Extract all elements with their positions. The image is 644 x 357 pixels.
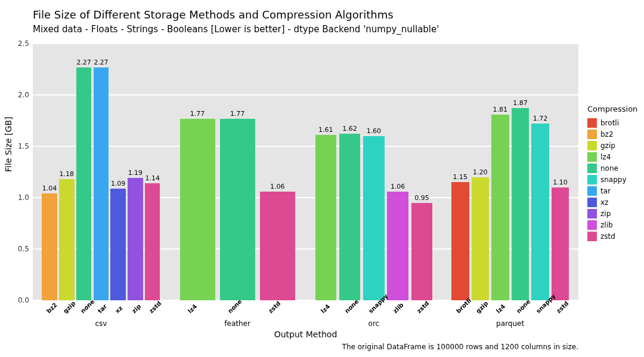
bar-tick-label: zstd: [555, 300, 570, 315]
bar-tick-label: zstd: [267, 300, 282, 315]
bar: [339, 134, 360, 300]
legend-item: tar: [587, 185, 641, 196]
legend-swatch: [587, 220, 597, 230]
y-tick-label: 0.0: [18, 296, 29, 304]
bar: [315, 135, 336, 300]
y-tick-label: 2.5: [18, 39, 29, 48]
bar: [94, 67, 109, 300]
legend-item: gzip: [587, 140, 641, 151]
y-tick-label: 2.0: [18, 91, 29, 99]
legend-label: none: [600, 164, 618, 173]
legend-item: bz2: [587, 128, 641, 140]
legend-swatch: [587, 141, 597, 150]
bar: [552, 187, 569, 300]
legend-swatch: [587, 152, 597, 162]
bar-value-label: 1.04: [42, 184, 57, 192]
legend-item: brotli: [587, 117, 641, 128]
bar-value-label: 1.77: [230, 110, 245, 118]
bar-value-label: 1.06: [391, 183, 405, 190]
gridline: [33, 43, 578, 44]
bar: [76, 67, 91, 300]
bar-value-label: 2.27: [94, 59, 109, 66]
bar: [451, 182, 469, 300]
bar: [472, 177, 490, 300]
bar: [128, 178, 143, 300]
bar-value-label: 2.27: [76, 59, 91, 66]
bar: [220, 119, 255, 300]
bar-tick-label: gzip: [475, 300, 489, 314]
legend-label: zip: [600, 210, 611, 218]
legend-label: tar: [600, 187, 611, 195]
legend: Compression brotlibz2gziplz4nonesnappyta…: [587, 104, 641, 242]
legend-item: xz: [587, 196, 641, 208]
bar-value-label: 1.87: [513, 99, 528, 107]
bar: [59, 179, 74, 300]
bar: [512, 108, 530, 300]
legend-title: Compression: [587, 104, 641, 113]
bar: [180, 119, 215, 300]
legend-swatch: [587, 175, 597, 184]
legend-label: zstd: [600, 232, 615, 241]
legend-item: snappy: [587, 174, 641, 185]
bar-value-label: 1.61: [318, 126, 333, 134]
bar-value-label: 1.18: [60, 170, 75, 178]
legend-item: zlib: [587, 219, 641, 230]
bar-tick-label: lz4: [187, 303, 198, 315]
legend-swatch: [587, 118, 597, 128]
bar-value-label: 1.77: [190, 110, 205, 118]
bar-tick-label: zstd: [148, 300, 163, 315]
legend-label: gzip: [600, 141, 615, 150]
chart-figure: File Size of Different Storage Methods a…: [0, 0, 644, 357]
bar: [387, 192, 408, 300]
group-label: parquet: [496, 319, 524, 328]
bar-tick-label: zip: [131, 303, 142, 314]
bar-tick-label: tar: [97, 303, 108, 314]
bar-tick-label: xz: [114, 304, 123, 314]
bar: [491, 115, 509, 300]
y-tick-label: 1.0: [18, 193, 29, 202]
legend-swatch: [587, 198, 597, 207]
bar-value-label: 0.95: [414, 194, 429, 202]
y-tick-label: 1.5: [18, 142, 29, 150]
legend-swatch: [587, 186, 597, 196]
bar-value-label: 1.72: [533, 115, 548, 122]
chart-title: File Size of Different Storage Methods a…: [33, 8, 394, 21]
legend-label: xz: [600, 198, 608, 207]
bar-value-label: 1.09: [111, 180, 126, 187]
bar: [42, 193, 57, 300]
bar-value-label: 1.20: [473, 168, 488, 176]
legend-item: zstd: [587, 230, 641, 242]
bar-value-label: 1.19: [128, 169, 143, 177]
legend-label: lz4: [600, 153, 611, 161]
bar: [411, 203, 432, 300]
group-label: orc: [369, 319, 380, 328]
y-tick-label: 0.5: [18, 245, 29, 253]
bar-value-label: 1.60: [367, 127, 382, 135]
legend-item: lz4: [587, 151, 641, 162]
bar-tick-label: zlib: [392, 301, 405, 315]
legend-swatch: [587, 232, 597, 241]
x-axis-label: Output Method: [0, 330, 611, 339]
group-label: feather: [224, 319, 250, 328]
bar-value-label: 1.10: [553, 178, 568, 186]
bar-tick-label: lz4: [320, 303, 331, 315]
y-axis-label: File Size [GB]: [4, 117, 13, 172]
group-label: csv: [95, 319, 107, 328]
legend-label: zlib: [600, 221, 613, 229]
legend-swatch: [587, 209, 597, 218]
bar-tick-label: bz2: [45, 301, 58, 315]
legend-label: brotli: [600, 119, 619, 127]
bar-value-label: 1.06: [270, 183, 285, 190]
bar-value-label: 1.62: [342, 125, 357, 133]
bar-value-label: 1.15: [453, 173, 468, 181]
bar-tick-label: gzip: [62, 300, 76, 314]
bar: [260, 192, 295, 300]
legend-item: zip: [587, 208, 641, 219]
bar: [363, 136, 384, 300]
legend-label: bz2: [600, 130, 614, 139]
legend-swatch: [587, 164, 597, 173]
chart-subtitle: Mixed data - Floats - Strings - Booleans…: [33, 24, 439, 35]
bar-value-label: 1.81: [493, 106, 508, 113]
bar: [110, 189, 125, 300]
legend-item: none: [587, 162, 641, 174]
